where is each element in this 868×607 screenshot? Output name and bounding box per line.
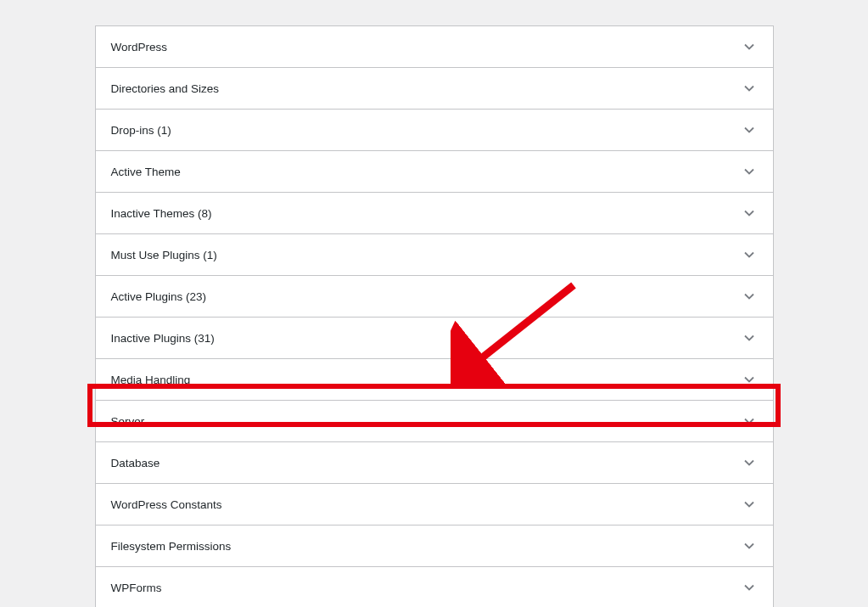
chevron-down-icon: [741, 454, 758, 471]
chevron-down-icon: [741, 38, 758, 55]
accordion-item-database[interactable]: Database: [95, 441, 774, 483]
accordion-item-must-use-plugins[interactable]: Must Use Plugins (1): [95, 233, 774, 275]
chevron-down-icon: [741, 579, 758, 596]
accordion-item-directories-and-sizes[interactable]: Directories and Sizes: [95, 67, 774, 109]
accordion-item-wordpress-constants[interactable]: WordPress Constants: [95, 483, 774, 525]
chevron-down-icon: [741, 163, 758, 180]
accordion-item-server[interactable]: Server: [95, 400, 774, 441]
accordion-label: Inactive Themes (8): [111, 207, 212, 220]
accordion-label: Server: [111, 415, 145, 428]
accordion-label: Active Plugins (23): [111, 290, 207, 303]
accordion-label: WordPress: [111, 41, 168, 53]
accordion-item-media-handling[interactable]: Media Handling: [95, 358, 774, 400]
chevron-down-icon: [741, 288, 758, 305]
chevron-down-icon: [741, 537, 758, 554]
chevron-down-icon: [741, 413, 758, 430]
accordion-label: Active Theme: [111, 166, 181, 178]
chevron-down-icon: [741, 246, 758, 263]
accordion-item-wpforms[interactable]: WPForms: [95, 566, 774, 607]
accordion-container: WordPress Directories and Sizes Drop-ins…: [95, 25, 774, 607]
accordion-label: Must Use Plugins (1): [111, 249, 217, 261]
accordion-label: Directories and Sizes: [111, 82, 220, 95]
accordion-label: WordPress Constants: [111, 498, 222, 511]
chevron-down-icon: [741, 205, 758, 222]
accordion-item-wordpress[interactable]: WordPress: [95, 25, 774, 67]
accordion-item-drop-ins[interactable]: Drop-ins (1): [95, 109, 774, 150]
accordion-label: Media Handling: [111, 374, 191, 386]
accordion-item-filesystem-permissions[interactable]: Filesystem Permissions: [95, 525, 774, 566]
accordion-label: Database: [111, 457, 160, 469]
accordion-item-active-theme[interactable]: Active Theme: [95, 150, 774, 192]
chevron-down-icon: [741, 329, 758, 346]
chevron-down-icon: [741, 80, 758, 97]
accordion-item-active-plugins[interactable]: Active Plugins (23): [95, 275, 774, 317]
accordion-label: Inactive Plugins (31): [111, 332, 215, 345]
chevron-down-icon: [741, 121, 758, 138]
accordion-item-inactive-plugins[interactable]: Inactive Plugins (31): [95, 317, 774, 358]
accordion-label: WPForms: [111, 582, 162, 594]
accordion-label: Filesystem Permissions: [111, 540, 232, 553]
accordion-label: Drop-ins (1): [111, 124, 171, 137]
chevron-down-icon: [741, 371, 758, 388]
chevron-down-icon: [741, 496, 758, 513]
accordion-item-inactive-themes[interactable]: Inactive Themes (8): [95, 192, 774, 233]
